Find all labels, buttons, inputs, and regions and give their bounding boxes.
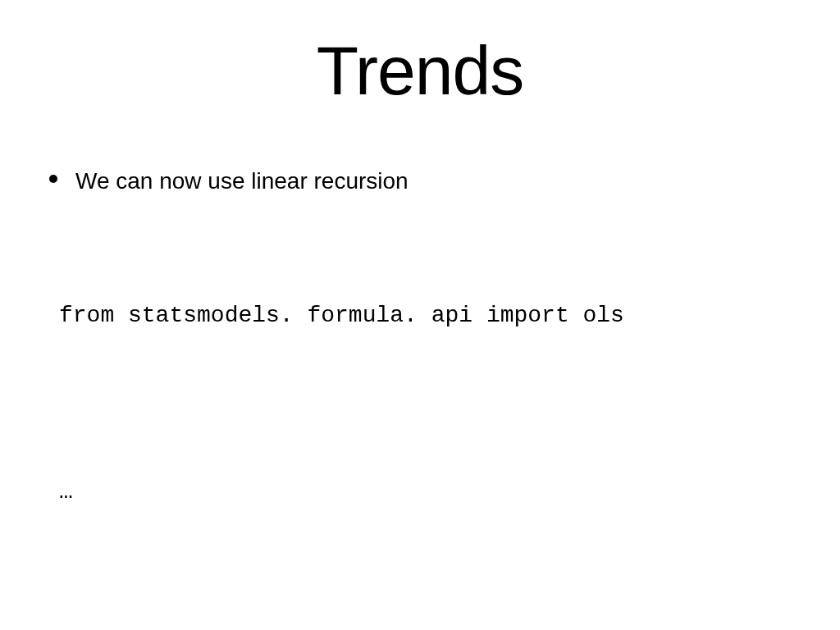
code-line: from statsmodels. formula. api import ol… — [59, 301, 840, 331]
bullet-item: We can now use linear recursion — [49, 168, 840, 194]
code-blank-line — [59, 565, 840, 595]
code-blank-line — [59, 389, 840, 418]
code-block: from statsmodels. formula. api import ol… — [59, 242, 840, 630]
bullet-text: We can now use linear recursion — [75, 168, 409, 194]
code-ellipsis: … — [59, 477, 840, 507]
bullet-dot-icon — [49, 175, 57, 183]
slide-title: Trends — [0, 31, 840, 111]
